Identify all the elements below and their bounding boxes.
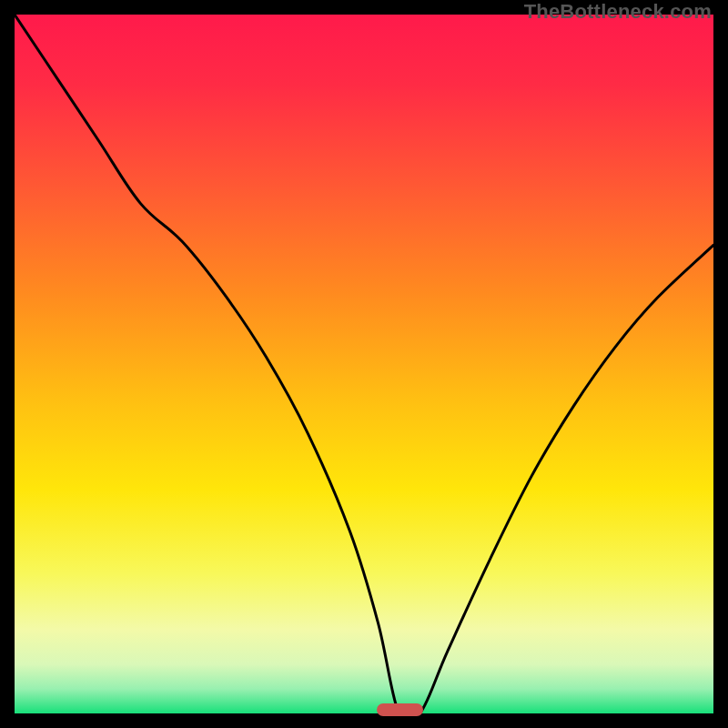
heat-gradient-background — [15, 15, 713, 713]
plot-area — [15, 15, 713, 713]
svg-rect-0 — [15, 15, 713, 713]
optimal-marker — [377, 703, 423, 716]
chart-frame: TheBottleneck.com — [0, 0, 728, 728]
attribution-watermark: TheBottleneck.com — [524, 0, 712, 24]
